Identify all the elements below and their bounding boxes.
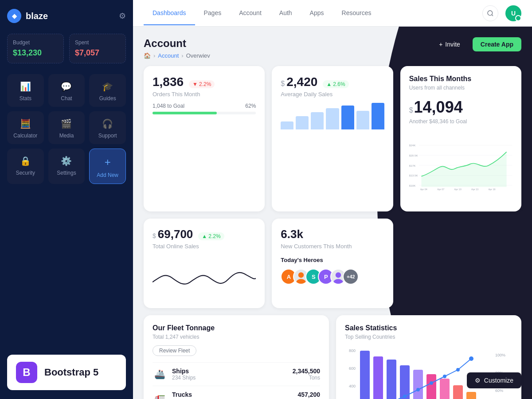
svg-text:$10K: $10K bbox=[409, 184, 416, 187]
svg-point-16 bbox=[298, 272, 304, 278]
sidebar-item-guides[interactable]: 🎓 Guides bbox=[89, 74, 126, 107]
tab-dashboards[interactable]: Dashboards bbox=[144, 1, 195, 25]
sales-month-subtitle: Users from all channels bbox=[409, 85, 512, 91]
sales-currency: $ bbox=[409, 106, 413, 114]
trucks-info: Trucks 1,460 Trucks bbox=[172, 391, 292, 399]
mini-bar-chart bbox=[281, 103, 384, 129]
tab-auth[interactable]: Auth bbox=[270, 1, 301, 25]
new-customers-card: 6.3k New Customers This Month Today's He… bbox=[272, 219, 393, 308]
svg-point-45 bbox=[469, 356, 473, 361]
customize-button[interactable]: ⚙ Customize bbox=[467, 372, 521, 388]
trucks-value: 457,200 Tons bbox=[297, 391, 320, 399]
create-app-button[interactable]: Create App bbox=[473, 37, 521, 51]
row2-grid: $ 69,700 ▲ 2.2% Total Online Sales bbox=[144, 219, 521, 308]
search-icon bbox=[487, 10, 494, 17]
line-chart-area: $24K $20.5K $17K $13.5K $10K bbox=[409, 132, 512, 203]
svg-rect-34 bbox=[440, 379, 450, 399]
fleet-card: Our Fleet Tonnage Total 1,247 vehicles R… bbox=[144, 315, 329, 399]
page-header-left: Account 🏠 › Account › Overwiev bbox=[144, 37, 210, 59]
svg-text:$13.5K: $13.5K bbox=[409, 174, 418, 177]
tab-resources[interactable]: Resources bbox=[333, 1, 380, 25]
sales-month-title: Sales This Months bbox=[409, 75, 512, 83]
new-customers-label: New Customers This Month bbox=[281, 243, 384, 250]
fleet-row-trucks: 🚛 Trucks 1,460 Trucks 457,200 Tons bbox=[153, 386, 320, 399]
sidebar-item-support[interactable]: 🎧 Support bbox=[89, 111, 126, 144]
up-arrow-icon2: ▲ bbox=[202, 233, 207, 239]
svg-text:600: 600 bbox=[349, 366, 356, 371]
heroes-title: Today's Heroes bbox=[281, 257, 384, 263]
sliders-icon: ⚙ bbox=[475, 377, 481, 384]
tab-account[interactable]: Account bbox=[230, 1, 270, 25]
svg-point-17 bbox=[297, 279, 306, 285]
svg-rect-32 bbox=[413, 370, 423, 399]
daily-sales-label: Average Daily Sales bbox=[281, 91, 384, 98]
breadcrumb-page: Overwiev bbox=[186, 52, 210, 59]
support-icon: 🎧 bbox=[102, 118, 113, 129]
add-new-label: Add New bbox=[97, 172, 118, 178]
svg-text:800: 800 bbox=[349, 348, 356, 353]
svg-rect-29 bbox=[373, 356, 383, 399]
bar-4 bbox=[326, 108, 339, 129]
nav-grid-row1: 📊 Stats 💬 Chat 🎓 Guides bbox=[7, 74, 126, 107]
sidebar-item-chat[interactable]: 💬 Chat bbox=[48, 74, 85, 107]
sidebar-item-stats[interactable]: 📊 Stats bbox=[7, 74, 44, 107]
sidebar-menu-icon[interactable]: ⚙ bbox=[119, 11, 126, 21]
media-icon: 🎬 bbox=[61, 118, 72, 129]
sidebar-item-calculator[interactable]: 🧮 Calculator bbox=[7, 111, 44, 144]
svg-point-41 bbox=[416, 388, 420, 391]
sales-stats-subtitle: Top Selling Countries bbox=[345, 334, 512, 340]
svg-rect-28 bbox=[360, 351, 370, 399]
svg-point-40 bbox=[403, 395, 407, 398]
svg-rect-33 bbox=[426, 374, 436, 399]
breadcrumb: 🏠 › Account › Overwiev bbox=[144, 52, 210, 59]
bar-6 bbox=[356, 111, 369, 129]
page-actions: + Invite Create App bbox=[431, 37, 521, 51]
sidebar-item-media[interactable]: 🎬 Media bbox=[48, 111, 85, 144]
svg-point-18 bbox=[336, 272, 341, 278]
spacer-card bbox=[400, 219, 521, 308]
svg-point-0 bbox=[488, 11, 493, 16]
stats-label: Stats bbox=[20, 95, 31, 102]
svg-text:$24K: $24K bbox=[409, 144, 416, 147]
sidebar-item-add-new[interactable]: + Add New bbox=[89, 149, 126, 184]
budget-label: Budget bbox=[13, 39, 58, 46]
search-button[interactable] bbox=[482, 5, 498, 21]
review-fleet-button[interactable]: Review Fleet bbox=[153, 345, 196, 356]
svg-point-43 bbox=[443, 375, 446, 378]
content-area: Account 🏠 › Account › Overwiev + Invite … bbox=[133, 27, 532, 399]
svg-point-42 bbox=[430, 381, 433, 385]
user-avatar[interactable]: U bbox=[505, 5, 521, 21]
settings-icon: ⚙️ bbox=[61, 156, 72, 166]
sidebar-header: ◆ blaze ⚙ bbox=[7, 9, 126, 23]
daily-sales-card: $ 2,420 ▲ 2.6% Average Daily Sales bbox=[272, 66, 393, 211]
invite-button[interactable]: + Invite bbox=[431, 37, 468, 51]
spent-value: $7,057 bbox=[75, 48, 120, 58]
svg-text:60%: 60% bbox=[495, 388, 503, 393]
new-customers-number: 6.3k bbox=[281, 227, 384, 241]
orders-badge: ▼ 2.2% bbox=[189, 80, 215, 88]
sales-stats-title: Sales Statistics bbox=[345, 324, 512, 332]
ships-info: Ships 234 Ships bbox=[172, 368, 287, 381]
daily-sales-badge: ▲ 2.6% bbox=[323, 80, 348, 88]
svg-text:Apr 13: Apr 13 bbox=[471, 188, 478, 191]
progress-label: 1,048 to Goal 62% bbox=[153, 103, 256, 109]
sidebar-item-security[interactable]: 🔒 Security bbox=[7, 149, 44, 184]
breadcrumb-home[interactable]: 🏠 bbox=[144, 52, 151, 59]
invite-label: Invite bbox=[445, 41, 460, 48]
bootstrap-text: Bootstrap 5 bbox=[44, 367, 98, 378]
breadcrumb-sep1: › bbox=[153, 52, 155, 59]
daily-sales-number: 2,420 bbox=[286, 75, 317, 89]
nav-grid-row2: 🧮 Calculator 🎬 Media 🎧 Support bbox=[7, 111, 126, 144]
plus-icon: + bbox=[439, 41, 442, 48]
ships-name: Ships bbox=[172, 368, 287, 375]
security-icon: 🔒 bbox=[20, 156, 31, 166]
tab-apps[interactable]: Apps bbox=[301, 1, 333, 25]
sidebar-item-settings[interactable]: ⚙️ Settings bbox=[48, 149, 85, 184]
ships-tons: 2,345,500 bbox=[293, 368, 320, 375]
up-arrow-icon: ▲ bbox=[326, 81, 332, 87]
ships-value: 2,345,500 Tons bbox=[293, 368, 320, 381]
bar-2 bbox=[296, 116, 309, 129]
tab-pages[interactable]: Pages bbox=[195, 1, 231, 25]
breadcrumb-account[interactable]: Account bbox=[158, 52, 179, 59]
budget-cards: Budget $13,230 Spent $7,057 bbox=[7, 34, 126, 63]
